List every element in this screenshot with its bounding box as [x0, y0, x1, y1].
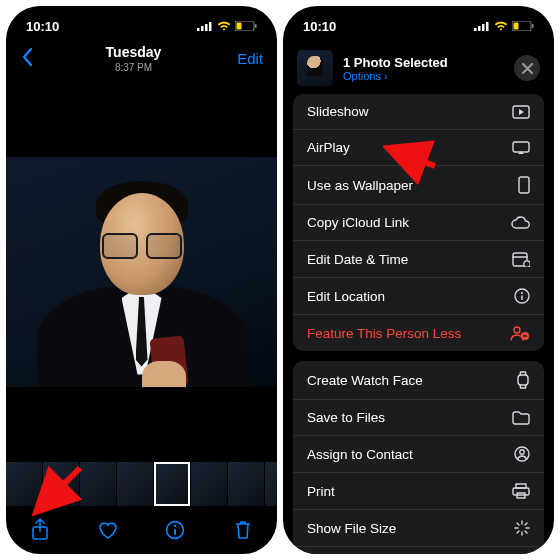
- action-label: Slideshow: [307, 104, 369, 119]
- action-show-file-size[interactable]: Show File Size: [293, 510, 544, 547]
- svg-rect-1: [201, 26, 204, 31]
- signal-icon: [474, 21, 490, 31]
- sparkle-icon: [514, 520, 530, 536]
- clock: 10:10: [303, 19, 336, 34]
- svg-rect-12: [474, 28, 477, 31]
- status-icons: [474, 21, 534, 31]
- phone-icon: [518, 176, 530, 194]
- action-slideshow[interactable]: Slideshow: [293, 94, 544, 130]
- action-label: Save to Files: [307, 410, 385, 425]
- calendar-icon: [512, 251, 530, 267]
- action-label: Print: [307, 484, 335, 499]
- svg-rect-18: [532, 24, 534, 28]
- action-save-to-files[interactable]: Save to Files: [293, 400, 544, 436]
- svg-point-28: [514, 327, 520, 333]
- svg-rect-6: [255, 24, 257, 28]
- battery-icon: [512, 21, 534, 31]
- svg-point-9: [174, 525, 176, 527]
- svg-rect-17: [514, 23, 519, 30]
- watch-icon: [516, 371, 530, 389]
- action-edit-location[interactable]: Edit Location: [293, 278, 544, 315]
- photo-date: Tuesday 8:37 PM: [40, 44, 227, 73]
- thumbnail[interactable]: [43, 462, 79, 506]
- action-group-1: SlideshowAirPlayUse as WallpaperCopy iCl…: [293, 94, 544, 351]
- svg-point-33: [520, 450, 524, 454]
- status-bar: 10:10: [283, 6, 554, 40]
- svg-rect-31: [518, 375, 528, 385]
- options-link[interactable]: Options ›: [343, 70, 504, 82]
- person-minus-icon: [510, 325, 530, 341]
- close-icon: [522, 63, 533, 74]
- action-feature-this-person-less[interactable]: Feature This Person Less: [293, 315, 544, 351]
- photo-day: Tuesday: [40, 44, 227, 60]
- clock: 10:10: [26, 19, 59, 34]
- share-sheet-header: 1 Photo Selected Options ›: [283, 40, 554, 94]
- photo-viewer[interactable]: [6, 81, 277, 462]
- contact-icon: [514, 446, 530, 462]
- folder-icon: [512, 411, 530, 425]
- action-airplay[interactable]: AirPlay: [293, 130, 544, 166]
- photo-image: [6, 157, 277, 387]
- photo-time: 8:37 PM: [40, 62, 227, 73]
- action-label: Edit Location: [307, 289, 385, 304]
- action-print[interactable]: Print: [293, 473, 544, 510]
- back-button[interactable]: [20, 45, 40, 73]
- action-assign-to-contact[interactable]: Assign to Contact: [293, 436, 544, 473]
- action-smd-3-5-8[interactable]: SMD 3.5.8: [293, 547, 544, 554]
- action-label: Use as Wallpaper: [307, 178, 413, 193]
- printer-icon: [512, 483, 530, 499]
- edit-button[interactable]: Edit: [227, 50, 263, 67]
- thumbnail[interactable]: [80, 462, 116, 506]
- wifi-icon: [494, 21, 508, 31]
- info-icon: [514, 288, 530, 304]
- signal-icon: [197, 21, 213, 31]
- svg-rect-0: [197, 28, 200, 31]
- thumbnail[interactable]: [117, 462, 153, 506]
- close-button[interactable]: [514, 55, 540, 81]
- wifi-icon: [217, 21, 231, 31]
- thumbnail[interactable]: [265, 462, 277, 506]
- svg-rect-3: [209, 22, 212, 31]
- header-thumbnail[interactable]: [297, 50, 333, 86]
- share-sheet-body[interactable]: SlideshowAirPlayUse as WallpaperCopy iCl…: [283, 94, 554, 554]
- action-label: Show File Size: [307, 521, 396, 536]
- thumbnail[interactable]: [191, 462, 227, 506]
- action-use-as-wallpaper[interactable]: Use as Wallpaper: [293, 166, 544, 205]
- action-copy-icloud-link[interactable]: Copy iCloud Link: [293, 205, 544, 241]
- action-edit-date-time[interactable]: Edit Date & Time: [293, 241, 544, 278]
- thumbnail[interactable]: [6, 462, 42, 506]
- thumbnail-strip[interactable]: [6, 462, 277, 506]
- bottom-toolbar: [6, 506, 277, 554]
- svg-rect-13: [478, 26, 481, 31]
- share-button[interactable]: [25, 515, 55, 545]
- action-create-watch-face[interactable]: Create Watch Face: [293, 361, 544, 400]
- thumbnail-selected[interactable]: [154, 462, 190, 506]
- thumbnail[interactable]: [228, 462, 264, 506]
- favorite-button[interactable]: [93, 515, 123, 545]
- trash-button[interactable]: [228, 515, 258, 545]
- svg-rect-35: [513, 488, 529, 495]
- action-label: Feature This Person Less: [307, 326, 461, 341]
- svg-rect-14: [482, 24, 485, 31]
- svg-rect-10: [174, 529, 176, 535]
- status-bar: 10:10: [6, 6, 277, 40]
- svg-rect-15: [486, 22, 489, 31]
- action-label: Copy iCloud Link: [307, 215, 409, 230]
- airplay-icon: [512, 141, 530, 155]
- svg-rect-20: [513, 142, 529, 152]
- svg-point-24: [524, 261, 530, 267]
- phone-right: 10:10 1 Photo Selected Options › Slidesh…: [283, 6, 554, 554]
- header-title: 1 Photo Selected: [343, 55, 504, 70]
- action-group-2: Create Watch FaceSave to FilesAssign to …: [293, 361, 544, 554]
- cloud-icon: [510, 216, 530, 230]
- info-button[interactable]: [160, 515, 190, 545]
- action-label: Create Watch Face: [307, 373, 423, 388]
- svg-rect-2: [205, 24, 208, 31]
- action-label: AirPlay: [307, 140, 350, 155]
- status-icons: [197, 21, 257, 31]
- battery-icon: [235, 21, 257, 31]
- play-box-icon: [512, 105, 530, 119]
- phone-left: 10:10 Tuesday 8:37 PM Edit: [6, 6, 277, 554]
- svg-rect-5: [237, 23, 242, 30]
- photo-header: Tuesday 8:37 PM Edit: [6, 40, 277, 81]
